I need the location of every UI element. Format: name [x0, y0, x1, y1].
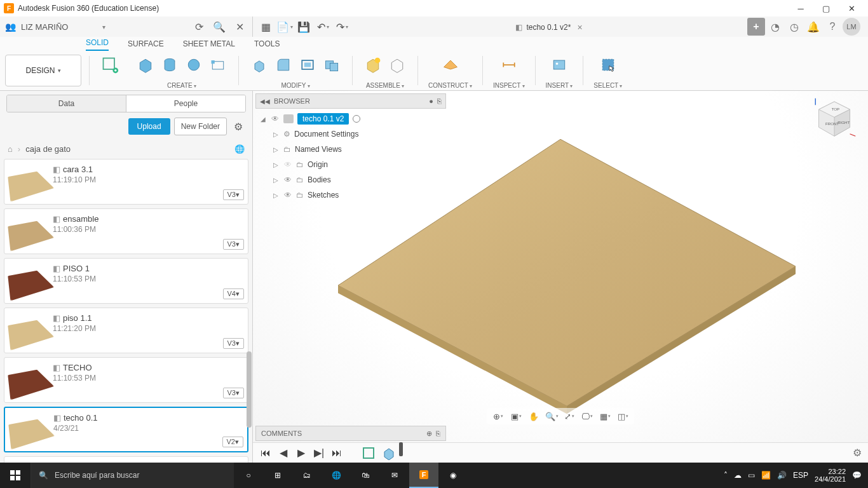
display-icon[interactable]: 🖵: [580, 409, 595, 423]
user-avatar[interactable]: LM: [843, 18, 860, 36]
ribbon-tab-sheetmetal[interactable]: SHEET METAL: [183, 39, 235, 51]
fusion-taskbar-icon[interactable]: F: [409, 463, 438, 488]
insert-icon[interactable]: [549, 55, 569, 75]
edge-icon[interactable]: 🌐: [322, 463, 351, 488]
timeline-next-icon[interactable]: ▶|: [313, 447, 325, 459]
ribbon-tab-solid[interactable]: SOLID: [86, 38, 109, 51]
add-comment-icon[interactable]: ⊕: [426, 430, 432, 438]
data-item[interactable]: ◧piso 1.111:21:20 PMV3▾: [4, 308, 248, 353]
maximize-button[interactable]: ▢: [813, 0, 839, 17]
store-icon[interactable]: 🛍: [351, 463, 380, 488]
save-button[interactable]: 💾: [295, 18, 313, 36]
box-icon[interactable]: [135, 55, 156, 75]
comments-panel[interactable]: COMMENTS ⊕⎘: [255, 426, 446, 441]
close-panel-button[interactable]: ✕: [232, 19, 247, 34]
construct-group-label[interactable]: CONSTRUCT: [428, 82, 472, 89]
data-item[interactable]: ◧ensamble11:00:36 PMV3▾: [4, 208, 248, 254]
tab-people[interactable]: People: [126, 95, 245, 112]
zoom-icon[interactable]: 🔍: [544, 409, 559, 423]
scrollbar-thumb[interactable]: [247, 351, 252, 428]
taskbar-clock[interactable]: 23:22 24/4/2021: [815, 468, 846, 483]
viewport[interactable]: ◀◀ BROWSER ●⎘ ◢ 👁 techo 0.1 v2 ▷⚙Documen…: [253, 91, 868, 442]
select-group-label[interactable]: SELECT: [593, 82, 622, 89]
timeline-marker[interactable]: [399, 442, 403, 456]
fit-icon[interactable]: ⤢: [562, 409, 577, 423]
data-item[interactable]: ◧TECHO11:10:53 PMV3▾: [4, 357, 248, 403]
form-icon[interactable]: [208, 55, 228, 75]
onedrive-icon[interactable]: ☁: [734, 471, 742, 480]
fillet-icon[interactable]: [273, 55, 294, 75]
taskview-icon[interactable]: ⊞: [263, 463, 292, 488]
chevron-down-icon[interactable]: ▾: [102, 24, 105, 30]
tree-root[interactable]: ◢ 👁 techo 0.1 v2: [255, 111, 446, 126]
settings-icon[interactable]: ⚙: [231, 119, 246, 134]
timeline-feature-sketch[interactable]: [361, 445, 376, 461]
plane-icon[interactable]: [440, 55, 461, 75]
triangle-down-icon[interactable]: ◢: [261, 116, 267, 123]
version-badge[interactable]: V2▾: [222, 437, 243, 447]
undo-button[interactable]: ↶: [314, 18, 332, 36]
cylinder-icon[interactable]: [159, 55, 180, 75]
eye-icon[interactable]: 👁: [283, 175, 292, 184]
view-cube[interactable]: FRONT RIGHT TOP: [812, 97, 857, 142]
lookat-icon[interactable]: ▣: [508, 409, 524, 423]
browser-opts-icon[interactable]: ●: [429, 97, 433, 105]
new-folder-button[interactable]: New Folder: [174, 118, 227, 135]
chrome-icon[interactable]: ◉: [438, 463, 468, 488]
refresh-button[interactable]: ⟳: [191, 19, 207, 34]
comments-pin-icon[interactable]: ⎘: [436, 430, 440, 438]
eye-off-icon[interactable]: 👁: [283, 160, 292, 169]
taskbar-search[interactable]: 🔍 Escribe aquí para buscar: [31, 463, 234, 488]
redo-button[interactable]: ↷: [333, 18, 351, 36]
version-badge[interactable]: V3▾: [223, 239, 244, 250]
close-button[interactable]: ✕: [839, 0, 864, 17]
start-button[interactable]: [0, 463, 31, 488]
timeline-settings-icon[interactable]: ⚙: [853, 447, 862, 459]
minimize-button[interactable]: ─: [788, 0, 813, 17]
timeline-play-icon[interactable]: ▶: [295, 447, 308, 459]
eye-icon[interactable]: 👁: [271, 114, 280, 123]
sphere-icon[interactable]: [184, 55, 204, 75]
data-item[interactable]: ◧tubo4/23/21V1▾: [4, 456, 248, 463]
timeline-prev-icon[interactable]: ◀: [277, 447, 290, 459]
document-tab[interactable]: ◧ techo 0.1 v2* ×: [509, 18, 588, 36]
presspull-icon[interactable]: [249, 55, 269, 75]
extensions-icon[interactable]: ◔: [766, 18, 784, 36]
data-item[interactable]: ◧PISO 111:10:53 PMV4▾: [4, 258, 248, 304]
job-status-icon[interactable]: ◷: [785, 18, 803, 36]
wifi-icon[interactable]: 📶: [761, 471, 771, 480]
insert-group-label[interactable]: INSERT: [546, 82, 573, 89]
grid-icon[interactable]: ▦: [257, 18, 275, 36]
shell-icon[interactable]: [297, 55, 318, 75]
breadcrumb-folder[interactable]: caja de gato: [25, 144, 71, 154]
data-item[interactable]: ◧techo 0.14/23/21V2▾: [4, 407, 248, 452]
eye-icon[interactable]: 👁: [283, 191, 292, 200]
browser-pin-icon[interactable]: ⎘: [437, 97, 442, 105]
data-item[interactable]: ◧cara 3.111:19:10 PMV3▾: [4, 159, 248, 205]
inspect-group-label[interactable]: INSPECT: [493, 82, 525, 89]
volume-icon[interactable]: 🔊: [777, 471, 787, 480]
explorer-icon[interactable]: 🗂: [292, 463, 322, 488]
create-sketch-icon[interactable]: [100, 55, 120, 75]
timeline-end-icon[interactable]: ⏭: [330, 447, 343, 459]
tab-data[interactable]: Data: [7, 95, 126, 112]
version-badge[interactable]: V3▾: [223, 388, 244, 398]
language-indicator[interactable]: ESP: [793, 471, 808, 480]
pan-icon[interactable]: ✋: [526, 409, 541, 423]
modify-group-label[interactable]: MODIFY: [281, 82, 309, 89]
joint-icon[interactable]: [387, 55, 407, 75]
notifications-icon[interactable]: 🔔: [804, 18, 822, 36]
version-badge[interactable]: V3▾: [223, 189, 244, 200]
orbit-icon[interactable]: ⊕: [491, 409, 506, 423]
timeline-feature-extrude[interactable]: [381, 445, 397, 461]
new-component-icon[interactable]: [363, 55, 383, 75]
model-body[interactable]: [313, 126, 808, 419]
grid-display-icon[interactable]: ▦: [597, 409, 613, 423]
workspace-switcher[interactable]: DESIGN: [5, 55, 81, 86]
action-center-icon[interactable]: 💬: [852, 471, 862, 480]
viewport-icon[interactable]: ◫: [615, 409, 630, 423]
activate-radio[interactable]: [353, 115, 360, 123]
mail-icon[interactable]: ✉: [380, 463, 409, 488]
battery-icon[interactable]: ▭: [748, 471, 755, 480]
ribbon-tab-surface[interactable]: SURFACE: [128, 39, 164, 51]
